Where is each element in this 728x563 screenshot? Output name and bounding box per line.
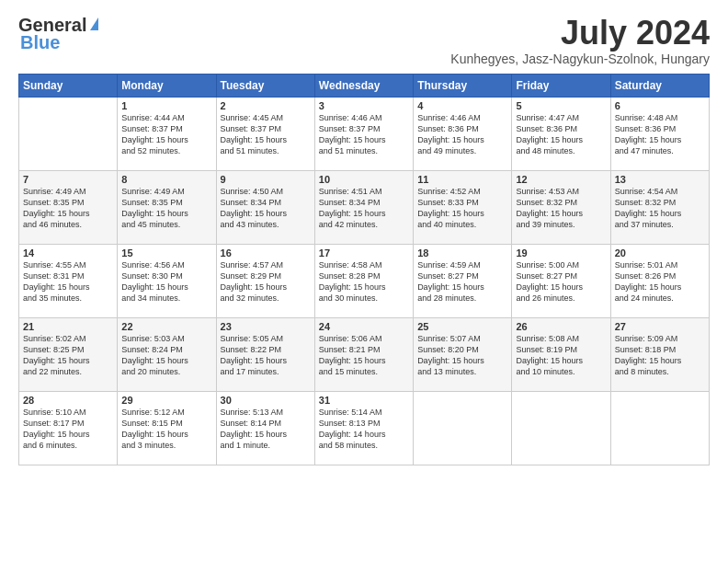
calendar-cell: 16Sunrise: 4:57 AMSunset: 8:29 PMDayligh…	[216, 244, 314, 317]
day-number: 8	[121, 174, 211, 185]
day-number: 31	[319, 395, 409, 406]
calendar-cell: 8Sunrise: 4:49 AMSunset: 8:35 PMDaylight…	[118, 170, 216, 244]
header-saturday: Saturday	[610, 74, 709, 97]
day-info: Sunrise: 5:00 AMSunset: 8:27 PMDaylight:…	[516, 259, 606, 304]
day-info: Sunrise: 4:44 AMSunset: 8:37 PMDaylight:…	[121, 112, 211, 157]
day-number: 26	[516, 321, 606, 332]
day-info: Sunrise: 5:12 AMSunset: 8:15 PMDaylight:…	[121, 407, 211, 452]
day-number: 9	[221, 174, 311, 185]
day-info: Sunrise: 5:01 AMSunset: 8:26 PMDaylight:…	[615, 259, 705, 304]
header-friday: Friday	[512, 74, 610, 97]
header-sunday: Sunday	[19, 74, 118, 97]
calendar-cell: 14Sunrise: 4:55 AMSunset: 8:31 PMDayligh…	[19, 244, 118, 317]
calendar-cell: 15Sunrise: 4:56 AMSunset: 8:30 PMDayligh…	[118, 244, 216, 317]
calendar-cell: 1Sunrise: 4:44 AMSunset: 8:37 PMDaylight…	[118, 97, 216, 170]
calendar-cell	[414, 391, 512, 465]
day-number: 30	[221, 395, 311, 406]
calendar-cell: 2Sunrise: 4:45 AMSunset: 8:37 PMDaylight…	[216, 97, 314, 170]
day-info: Sunrise: 4:48 AMSunset: 8:36 PMDaylight:…	[615, 112, 705, 157]
header-thursday: Thursday	[414, 74, 512, 97]
day-info: Sunrise: 5:07 AMSunset: 8:20 PMDaylight:…	[417, 333, 507, 378]
day-info: Sunrise: 5:03 AMSunset: 8:24 PMDaylight:…	[121, 333, 211, 378]
day-number: 19	[516, 247, 606, 259]
day-number: 4	[417, 100, 507, 111]
calendar-cell: 24Sunrise: 5:06 AMSunset: 8:21 PMDayligh…	[314, 317, 413, 391]
day-number: 20	[615, 247, 705, 259]
day-number: 25	[417, 321, 507, 332]
calendar-cell: 28Sunrise: 5:10 AMSunset: 8:17 PMDayligh…	[19, 391, 118, 465]
day-info: Sunrise: 4:47 AMSunset: 8:36 PMDaylight:…	[516, 112, 606, 157]
calendar-cell: 26Sunrise: 5:08 AMSunset: 8:19 PMDayligh…	[512, 317, 610, 391]
day-number: 10	[319, 174, 409, 185]
day-number: 14	[23, 247, 113, 259]
calendar-cell	[512, 391, 610, 465]
calendar-cell: 22Sunrise: 5:03 AMSunset: 8:24 PMDayligh…	[118, 317, 216, 391]
calendar-cell: 29Sunrise: 5:12 AMSunset: 8:15 PMDayligh…	[118, 391, 216, 465]
calendar-cell: 4Sunrise: 4:46 AMSunset: 8:36 PMDaylight…	[414, 97, 512, 170]
day-number: 1	[121, 100, 211, 111]
day-number: 11	[417, 174, 507, 185]
day-info: Sunrise: 5:08 AMSunset: 8:19 PMDaylight:…	[516, 333, 606, 378]
calendar-cell: 6Sunrise: 4:48 AMSunset: 8:36 PMDaylight…	[610, 97, 709, 170]
day-info: Sunrise: 4:56 AMSunset: 8:30 PMDaylight:…	[121, 259, 211, 304]
header: General Blue July 2024 Kunhegyes, Jasz-N…	[18, 15, 710, 66]
day-number: 23	[221, 321, 311, 332]
day-info: Sunrise: 5:06 AMSunset: 8:21 PMDaylight:…	[319, 333, 409, 378]
day-info: Sunrise: 4:51 AMSunset: 8:34 PMDaylight:…	[319, 186, 409, 231]
calendar-cell: 17Sunrise: 4:58 AMSunset: 8:28 PMDayligh…	[314, 244, 413, 317]
day-number: 17	[319, 247, 409, 259]
day-info: Sunrise: 4:52 AMSunset: 8:33 PMDaylight:…	[417, 186, 507, 231]
calendar-cell: 3Sunrise: 4:46 AMSunset: 8:37 PMDaylight…	[314, 97, 413, 170]
day-info: Sunrise: 5:09 AMSunset: 8:18 PMDaylight:…	[615, 333, 705, 378]
day-number: 12	[516, 174, 606, 185]
day-info: Sunrise: 4:49 AMSunset: 8:35 PMDaylight:…	[121, 186, 211, 231]
day-info: Sunrise: 4:57 AMSunset: 8:29 PMDaylight:…	[221, 259, 311, 304]
location: Kunhegyes, Jasz-Nagykun-Szolnok, Hungary	[450, 52, 710, 66]
calendar-week-2: 14Sunrise: 4:55 AMSunset: 8:31 PMDayligh…	[19, 244, 710, 317]
calendar-cell: 27Sunrise: 5:09 AMSunset: 8:18 PMDayligh…	[610, 317, 709, 391]
calendar-cell: 20Sunrise: 5:01 AMSunset: 8:26 PMDayligh…	[610, 244, 709, 317]
calendar-week-1: 7Sunrise: 4:49 AMSunset: 8:35 PMDaylight…	[19, 170, 710, 244]
logo-blue-text: Blue	[20, 32, 60, 53]
calendar-cell: 25Sunrise: 5:07 AMSunset: 8:20 PMDayligh…	[414, 317, 512, 391]
day-info: Sunrise: 5:05 AMSunset: 8:22 PMDaylight:…	[221, 333, 311, 378]
calendar-cell: 21Sunrise: 5:02 AMSunset: 8:25 PMDayligh…	[19, 317, 118, 391]
header-monday: Monday	[118, 74, 216, 97]
day-info: Sunrise: 5:14 AMSunset: 8:13 PMDaylight:…	[319, 407, 409, 452]
calendar-table: SundayMondayTuesdayWednesdayThursdayFrid…	[18, 74, 710, 465]
day-info: Sunrise: 4:55 AMSunset: 8:31 PMDaylight:…	[23, 259, 113, 304]
day-number: 28	[23, 395, 113, 406]
day-number: 29	[121, 395, 211, 406]
calendar-cell: 18Sunrise: 4:59 AMSunset: 8:27 PMDayligh…	[414, 244, 512, 317]
day-number: 3	[319, 100, 409, 111]
calendar-week-0: 1Sunrise: 4:44 AMSunset: 8:37 PMDaylight…	[19, 97, 710, 170]
day-number: 13	[615, 174, 705, 185]
day-info: Sunrise: 4:53 AMSunset: 8:32 PMDaylight:…	[516, 186, 606, 231]
header-wednesday: Wednesday	[314, 74, 413, 97]
calendar-cell: 23Sunrise: 5:05 AMSunset: 8:22 PMDayligh…	[216, 317, 314, 391]
logo: General Blue	[18, 15, 98, 53]
calendar-cell: 31Sunrise: 5:14 AMSunset: 8:13 PMDayligh…	[314, 391, 413, 465]
day-info: Sunrise: 4:58 AMSunset: 8:28 PMDaylight:…	[319, 259, 409, 304]
calendar-cell: 9Sunrise: 4:50 AMSunset: 8:34 PMDaylight…	[216, 170, 314, 244]
day-info: Sunrise: 4:54 AMSunset: 8:32 PMDaylight:…	[615, 186, 705, 231]
calendar-header-row: SundayMondayTuesdayWednesdayThursdayFrid…	[19, 74, 710, 97]
calendar-cell	[19, 97, 118, 170]
calendar-cell: 12Sunrise: 4:53 AMSunset: 8:32 PMDayligh…	[512, 170, 610, 244]
page: General Blue July 2024 Kunhegyes, Jasz-N…	[0, 0, 728, 563]
calendar-cell: 7Sunrise: 4:49 AMSunset: 8:35 PMDaylight…	[19, 170, 118, 244]
day-number: 16	[221, 247, 311, 259]
calendar-cell: 13Sunrise: 4:54 AMSunset: 8:32 PMDayligh…	[610, 170, 709, 244]
day-number: 5	[516, 100, 606, 111]
day-number: 15	[121, 247, 211, 259]
month-title: July 2024	[450, 15, 710, 52]
day-number: 2	[221, 100, 311, 111]
day-info: Sunrise: 5:10 AMSunset: 8:17 PMDaylight:…	[23, 407, 113, 452]
day-info: Sunrise: 4:46 AMSunset: 8:37 PMDaylight:…	[319, 112, 409, 157]
day-number: 21	[23, 321, 113, 332]
day-info: Sunrise: 4:49 AMSunset: 8:35 PMDaylight:…	[23, 186, 113, 231]
calendar-cell	[610, 391, 709, 465]
header-tuesday: Tuesday	[216, 74, 314, 97]
day-info: Sunrise: 5:02 AMSunset: 8:25 PMDaylight:…	[23, 333, 113, 378]
calendar-week-3: 21Sunrise: 5:02 AMSunset: 8:25 PMDayligh…	[19, 317, 710, 391]
